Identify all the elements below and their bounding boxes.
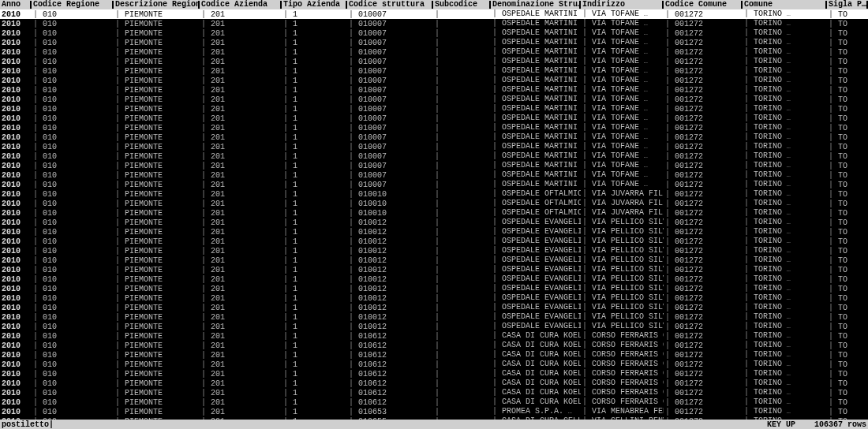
col-header-comune[interactable]: Comune — [743, 0, 827, 9]
cell-sigla_p: TO — [827, 19, 868, 28]
table-row[interactable]: 2010010PIEMONTE2011010007OSPEDALE MARTIN… — [0, 114, 868, 123]
table-row[interactable]: 2010010PIEMONTE2011010612CASA DI CURA KO… — [0, 350, 868, 360]
cell-sigla_p: TO — [827, 114, 868, 123]
table-row[interactable]: 2010010PIEMONTE2011010012OSPEDALE EVANGE… — [0, 322, 868, 331]
cell-denominazione: OSPEDALE MARTINI — [491, 151, 581, 161]
cell-denominazione: OSPEDALE MARTINI — [491, 76, 581, 85]
table-row[interactable]: 2010010PIEMONTE2011010007OSPEDALE MARTIN… — [0, 38, 868, 47]
table-row[interactable]: 2010010PIEMONTE2011010012OSPEDALE EVANGE… — [0, 218, 868, 227]
cell-comune: TORINO — [743, 312, 827, 322]
table-row[interactable]: 2010010PIEMONTE2011010012OSPEDALE EVANGE… — [0, 256, 868, 265]
table-row[interactable]: 2010010PIEMONTE2011010012OSPEDALE EVANGE… — [0, 246, 868, 256]
col-header-tipo_azienda[interactable]: Tipo Azienda — [282, 0, 347, 9]
table-row[interactable]: 2010010PIEMONTE2011010007OSPEDALE MARTIN… — [0, 95, 868, 104]
cell-codice_comune: 001272 — [664, 284, 743, 293]
table-row[interactable]: 2010010PIEMONTE2011010007OSPEDALE MARTIN… — [0, 47, 868, 57]
cell-sigla_p: TO — [827, 293, 868, 303]
cell-comune: TORINO — [743, 114, 827, 123]
table-row[interactable]: 2010010PIEMONTE2011010007OSPEDALE MARTIN… — [0, 180, 868, 189]
table-row[interactable]: 2010010PIEMONTE2011010007OSPEDALE MARTIN… — [0, 104, 868, 114]
cell-codice_regione: 010 — [32, 28, 114, 38]
cell-indirizzo: CORSO FERRARIS GAL… — [581, 331, 664, 341]
table-row[interactable]: 2010010PIEMONTE2011010007OSPEDALE MARTIN… — [0, 19, 868, 28]
cell-codice_regione: 010 — [32, 274, 114, 284]
cell-indirizzo: VIA JUVARRA FILIPP… — [581, 199, 664, 208]
table-row[interactable]: 2010010PIEMONTE2011010012OSPEDALE EVANGE… — [0, 284, 868, 293]
table-row[interactable]: 2010010PIEMONTE2011010010OSPEDALE OFTALM… — [0, 208, 868, 218]
cell-denominazione: OSPEDALE MARTINI — [491, 95, 581, 104]
table-row[interactable]: 2010010PIEMONTE2011010007OSPEDALE MARTIN… — [0, 66, 868, 76]
cell-descrizione_regione: PIEMONTE — [114, 407, 200, 416]
cell-codice_azienda: 201 — [200, 256, 282, 265]
cell-sigla_p: TO — [827, 397, 868, 407]
cell-codice_regione: 010 — [32, 369, 114, 379]
cell-anno: 2010 — [0, 407, 32, 416]
table-row[interactable]: 2010010PIEMONTE2011010012OSPEDALE EVANGE… — [0, 312, 868, 322]
cell-anno: 2010 — [0, 66, 32, 76]
table-row[interactable]: 2010010PIEMONTE2011010007OSPEDALE MARTIN… — [0, 161, 868, 170]
table-row[interactable]: 2010010PIEMONTE2011010007OSPEDALE MARTIN… — [0, 9, 868, 19]
table-row[interactable]: 2010010PIEMONTE2011010012OSPEDALE EVANGE… — [0, 303, 868, 312]
cell-descrizione_regione: PIEMONTE — [114, 180, 200, 189]
table-row[interactable]: 2010010PIEMONTE2011010612CASA DI CURA KO… — [0, 331, 868, 341]
cell-comune: TORINO — [743, 265, 827, 274]
table-row[interactable]: 2010010PIEMONTE2011010007OSPEDALE MARTIN… — [0, 123, 868, 132]
data-table[interactable]: AnnoCodice RegioneDescrizione Region…Cod… — [0, 0, 868, 429]
cell-indirizzo: VIA PELLICO SILVIO… — [581, 227, 664, 237]
table-row[interactable]: 2010010PIEMONTE2011010007OSPEDALE MARTIN… — [0, 85, 868, 95]
cell-codice_regione: 010 — [32, 85, 114, 95]
cell-comune: TORINO — [743, 57, 827, 66]
col-header-indirizzo[interactable]: Indirizzo — [581, 0, 664, 9]
table-row[interactable]: 2010010PIEMONTE2011010612CASA DI CURA KO… — [0, 379, 868, 388]
table-row[interactable]: 2010010PIEMONTE2011010012OSPEDALE EVANGE… — [0, 227, 868, 237]
table-row[interactable]: 2010010PIEMONTE2011010653PROMEA S.P.A.VI… — [0, 407, 868, 416]
table-row[interactable]: 2010010PIEMONTE2011010010OSPEDALE OFTALM… — [0, 199, 868, 208]
table-row[interactable]: 2010010PIEMONTE2011010010OSPEDALE OFTALM… — [0, 189, 868, 199]
cell-comune: TORINO — [743, 47, 827, 57]
table-row[interactable]: 2010010PIEMONTE2011010007OSPEDALE MARTIN… — [0, 28, 868, 38]
table-row[interactable]: 2010010PIEMONTE2011010612CASA DI CURA KO… — [0, 360, 868, 369]
status-right: KEY UP 106367 rows — [767, 420, 866, 429]
table-row[interactable]: 2010010PIEMONTE2011010012OSPEDALE EVANGE… — [0, 237, 868, 246]
col-header-codice_struttura[interactable]: Codice struttura — [347, 0, 433, 9]
table-row[interactable]: 2010010PIEMONTE2011010007OSPEDALE MARTIN… — [0, 57, 868, 66]
cell-codice_struttura: 010012 — [347, 293, 433, 303]
cell-codice_comune: 001272 — [664, 265, 743, 274]
col-header-denominazione[interactable]: Denominazione Stru… — [491, 0, 581, 9]
cell-codice_struttura: 010007 — [347, 85, 433, 95]
cell-subcodice — [433, 265, 491, 274]
col-header-subcodice[interactable]: Subcodice — [433, 0, 491, 9]
col-header-anno[interactable]: Anno — [0, 0, 32, 9]
table-row[interactable]: 2010010PIEMONTE2011010012OSPEDALE EVANGE… — [0, 293, 868, 303]
table-row[interactable]: 2010010PIEMONTE2011010012OSPEDALE EVANGE… — [0, 265, 868, 274]
col-header-sigla_p[interactable]: Sigla P… — [827, 0, 868, 9]
cell-indirizzo: VIA TOFANE — [581, 28, 664, 38]
table-row[interactable]: 2010010PIEMONTE2011010012OSPEDALE EVANGE… — [0, 274, 868, 284]
cell-descrizione_regione: PIEMONTE — [114, 38, 200, 47]
table-row[interactable]: 2010010PIEMONTE2011010612CASA DI CURA KO… — [0, 369, 868, 379]
cell-comune: TORINO — [743, 208, 827, 218]
table-row[interactable]: 2010010PIEMONTE2011010612CASA DI CURA KO… — [0, 341, 868, 350]
table-row[interactable]: 2010010PIEMONTE2011010007OSPEDALE MARTIN… — [0, 76, 868, 85]
table-row[interactable]: 2010010PIEMONTE2011010007OSPEDALE MARTIN… — [0, 132, 868, 142]
col-header-codice_azienda[interactable]: Codice Azienda — [200, 0, 282, 9]
table-row[interactable]: 2010010PIEMONTE2011010007OSPEDALE MARTIN… — [0, 142, 868, 151]
table-row[interactable]: 2010010PIEMONTE2011010007OSPEDALE MARTIN… — [0, 151, 868, 161]
col-header-codice_regione[interactable]: Codice Regione — [32, 0, 114, 9]
table-row[interactable]: 2010010PIEMONTE2011010007OSPEDALE MARTIN… — [0, 170, 868, 180]
cell-denominazione: OSPEDALE MARTINI — [491, 85, 581, 95]
cell-anno: 2010 — [0, 293, 32, 303]
cell-subcodice — [433, 341, 491, 350]
table-row[interactable]: 2010010PIEMONTE2011010612CASA DI CURA KO… — [0, 397, 868, 407]
cell-subcodice — [433, 180, 491, 189]
col-header-descrizione_regione[interactable]: Descrizione Region… — [114, 0, 200, 9]
cell-codice_struttura: 010007 — [347, 28, 433, 38]
cell-codice_struttura: 010012 — [347, 322, 433, 331]
cell-indirizzo: VIA TOFANE — [581, 123, 664, 132]
table-body[interactable]: 2010010PIEMONTE2011010007OSPEDALE MARTIN… — [0, 9, 868, 429]
table-row[interactable]: 2010010PIEMONTE2011010612CASA DI CURA KO… — [0, 388, 868, 397]
col-header-codice_comune[interactable]: Codice Comune — [664, 0, 743, 9]
cell-descrizione_regione: PIEMONTE — [114, 161, 200, 170]
cell-anno: 2010 — [0, 28, 32, 38]
cell-tipo_azienda: 1 — [282, 397, 347, 407]
